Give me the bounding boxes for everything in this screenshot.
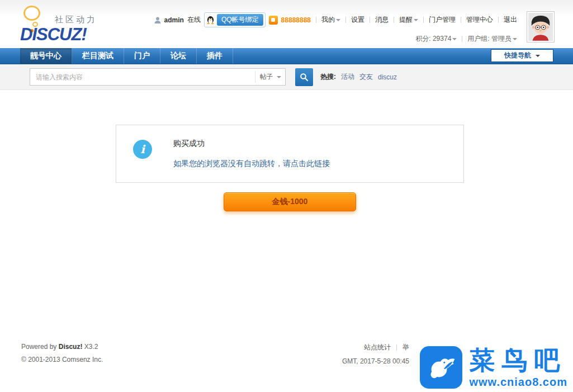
nav-tabs: 靓号中心 栏目测试 门户 论坛 插件 [0, 48, 573, 64]
gmt-timestamp: GMT, 2017-5-28 00:45 [342, 357, 409, 365]
footer-left: Powered by Discuz! X3.2 © 2001-2013 Coms… [21, 343, 103, 363]
user-toolbar: admin 在线 QQ帐号绑定 88888888 我的 设置 消息 提醒 门户管… [154, 12, 517, 27]
quick-nav-button[interactable]: 快捷导航 [491, 49, 553, 62]
menu-settings[interactable]: 设置 [351, 15, 364, 25]
search-button[interactable] [295, 68, 313, 86]
search-strip: 帖子 热搜: 活动 交友 discuz [0, 64, 573, 90]
logo-bubble-icon [23, 6, 40, 21]
hot-link-friends[interactable]: 交友 [359, 72, 373, 82]
nav-tab-plugins[interactable]: 插件 [197, 48, 233, 64]
hot-link-discuz[interactable]: discuz [378, 73, 397, 81]
username-link[interactable]: admin [164, 16, 184, 24]
divider [345, 17, 346, 23]
hot-link-activity[interactable]: 活动 [341, 72, 354, 82]
footer-right: 站点统计 举 GMT, 2017-5-28 00:45 [342, 343, 409, 365]
qq-penguin-icon [206, 16, 215, 25]
site-logo[interactable]: 社区动力 DISCUZ! [20, 3, 121, 46]
nav-tab-column-test[interactable]: 栏目测试 [72, 48, 124, 64]
logo-brand: DISCUZ! [20, 25, 87, 45]
messenger-icon [269, 16, 278, 25]
main-nav: 靓号中心 栏目测试 门户 论坛 插件 快捷导航 [0, 48, 573, 64]
credits-dropdown[interactable]: 积分: 29374 [415, 34, 457, 44]
menu-reminders[interactable]: 提醒 [399, 15, 418, 25]
menu-messages[interactable]: 消息 [375, 15, 389, 25]
site-header: 社区动力 DISCUZ! admin 在线 QQ帐号绑定 88888888 我的… [0, 0, 573, 48]
online-status: 在线 [187, 15, 201, 25]
hot-search-area: 热搜: 活动 交友 discuz [320, 72, 397, 82]
nav-tab-liangh-center[interactable]: 靓号中心 [20, 48, 72, 64]
message-box: i 购买成功 如果您的浏览器没有自动跳转，请点击此链接 [116, 125, 464, 183]
divider [370, 17, 370, 23]
chevron-down-icon [336, 19, 340, 21]
copyright-text: © 2001-2013 Comsenz Inc. [21, 356, 103, 363]
watermark-url: www.cniao8.com [469, 376, 567, 389]
redirect-link[interactable]: 如果您的浏览器没有自动跳转，请点击此链接 [173, 159, 330, 169]
powered-by-text: Powered by [21, 343, 56, 351]
version-text: X3.2 [84, 343, 98, 351]
nav-tab-portal[interactable]: 门户 [124, 48, 160, 64]
site-stats-link[interactable]: 站点统计 [364, 343, 391, 352]
chevron-down-icon [277, 76, 281, 78]
usergroup-dropdown[interactable]: 用户组: 管理员 [467, 34, 517, 44]
avatar[interactable] [527, 11, 555, 42]
watermark: 菜鸟吧 www.cniao8.com [420, 346, 567, 389]
search-box: 帖子 [30, 68, 286, 86]
user-icon [154, 17, 161, 23]
discuz-page: 社区动力 DISCUZ! admin 在线 QQ帐号绑定 88888888 我的… [0, 0, 573, 392]
qq-number: 88888888 [281, 16, 311, 24]
menu-portal-admin[interactable]: 门户管理 [429, 15, 456, 25]
logo-tagline: 社区动力 [55, 15, 97, 25]
qq-bind-label: QQ帐号绑定 [217, 14, 263, 26]
chevron-down-icon [452, 38, 457, 40]
divider [396, 344, 397, 351]
bird-logo-icon [420, 346, 462, 389]
money-deduct-button[interactable]: 金钱-1000 [224, 192, 356, 211]
user-panel: admin 在线 QQ帐号绑定 88888888 我的 设置 消息 提醒 门户管… [154, 0, 517, 44]
divider [462, 36, 462, 42]
user-stats-row: 积分: 29374 用户组: 管理员 [154, 34, 517, 44]
search-input[interactable] [30, 69, 255, 85]
report-link[interactable]: 举 [402, 343, 409, 352]
divider [316, 17, 316, 23]
watermark-name: 菜鸟吧 [469, 346, 566, 375]
divider [461, 17, 461, 23]
bird-icon [425, 351, 457, 384]
message-title: 购买成功 [173, 139, 330, 149]
info-icon: i [133, 140, 152, 159]
menu-logout[interactable]: 退出 [504, 15, 517, 25]
avatar-image [528, 13, 553, 41]
menu-mine[interactable]: 我的 [321, 15, 340, 25]
qq-bind-button[interactable]: QQ帐号绑定 [204, 12, 266, 27]
menu-admin-center[interactable]: 管理中心 [466, 15, 493, 25]
hot-search-label: 热搜: [320, 72, 336, 82]
chevron-down-icon [414, 19, 418, 21]
divider [498, 17, 499, 23]
divider [423, 17, 424, 23]
search-scope-dropdown[interactable]: 帖子 [255, 71, 285, 83]
divider [394, 17, 394, 23]
discuz-brand-link[interactable]: Discuz! [59, 343, 83, 351]
search-icon [300, 73, 309, 82]
chevron-down-icon [536, 55, 540, 57]
chevron-down-icon [513, 38, 517, 40]
nav-tab-forum[interactable]: 论坛 [160, 48, 197, 64]
